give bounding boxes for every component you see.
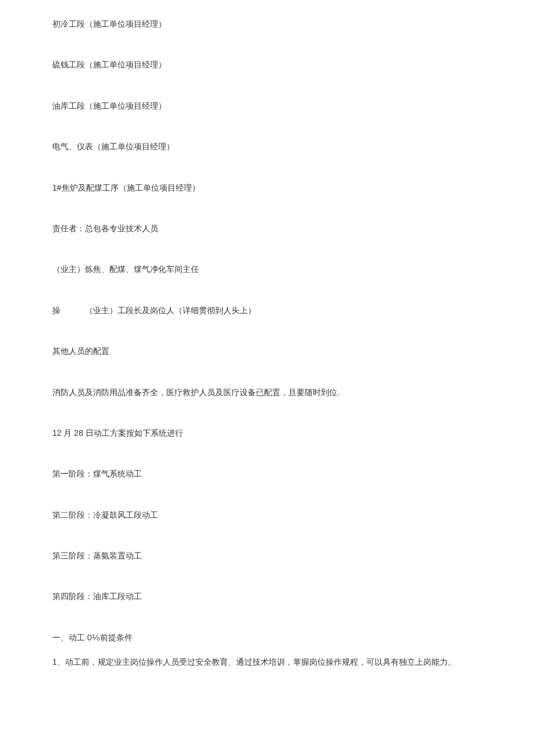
text-fragment: （业主）工段长及岗位人（详细贯彻到人头上）	[85, 306, 256, 315]
text-line: 初冷工段（施工单位项目经理）	[52, 17, 483, 30]
text-line: 第四阶段：油库工段动工	[52, 590, 483, 603]
text-line: 电气、仪表（施工单位项目经理）	[52, 140, 483, 153]
text-line: 其他人员的配置	[52, 345, 483, 357]
text-line: 一、动工 0⅟₀前提条件	[52, 631, 483, 644]
text-line: 第三阶段：蒸氨装置动工	[52, 549, 483, 562]
text-line: 责任者：总包各专业技术人员	[52, 222, 483, 235]
text-line: 第一阶段：煤气系统动工	[52, 467, 483, 480]
text-line: 第二阶段：冷凝鼓风工段动工	[52, 508, 483, 521]
text-fragment: 操	[52, 306, 60, 315]
text-line: 硫钱工段（施工单位项目经理）	[52, 58, 483, 71]
text-line: 操（业主）工段长及岗位人（详细贯彻到人头上）	[52, 304, 483, 317]
text-line: 消防人员及消防用品准备齐全，医疗救护人员及医疗设备已配置，且要随时到位.	[52, 386, 483, 399]
text-line: 油库工段（施工单位项目经理）	[52, 99, 483, 112]
text-line: 1、动工前，规定业主岗位操作人员受过安全教育、通过技术培训，掌握岗位操作规程，可…	[52, 655, 483, 668]
text-line: 1#焦炉及配煤工序（施工单位项目经理）	[52, 181, 483, 194]
text-line: 12 月 28 日动工方案按如下系统进行	[52, 427, 483, 439]
text-line: （业主）炼焦、配煤、煤气净化车间主任	[52, 263, 483, 275]
